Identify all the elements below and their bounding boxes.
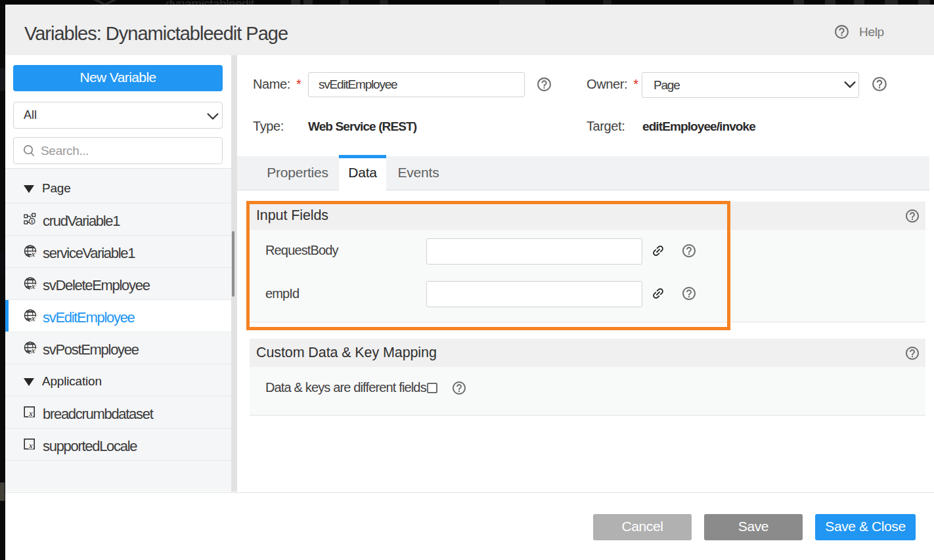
- svg-text:x: x: [28, 441, 33, 450]
- svg-text:x: x: [31, 282, 35, 291]
- svg-text:x: x: [30, 218, 33, 225]
- svg-text:x: x: [28, 408, 33, 418]
- svg-text:x: x: [31, 346, 35, 355]
- svg-text:x: x: [31, 249, 35, 259]
- svg-text:x: x: [31, 314, 35, 323]
